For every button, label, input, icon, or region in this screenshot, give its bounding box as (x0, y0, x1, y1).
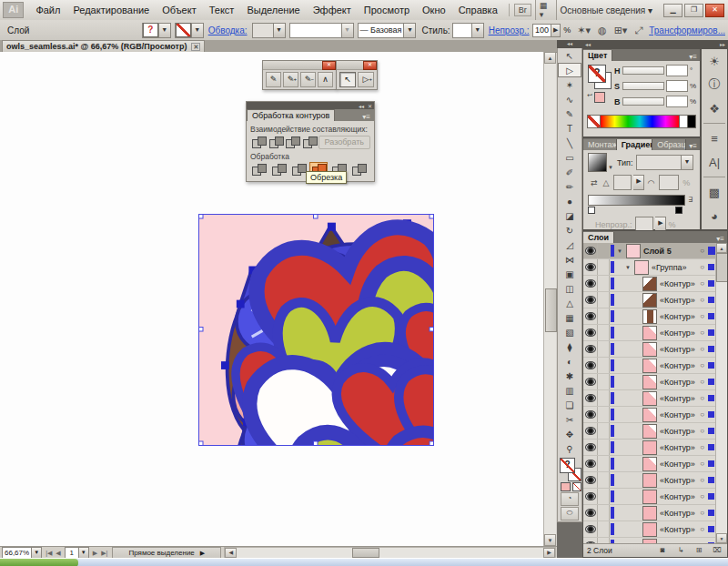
slider-value-input[interactable] (666, 65, 688, 76)
convert-anchor-point-tool-button[interactable]: ∧ (318, 72, 333, 87)
bounding-box-handle[interactable] (314, 441, 318, 446)
layer-name[interactable]: «Контур» (660, 443, 695, 452)
visibility-toggle[interactable] (583, 407, 598, 422)
expander-icon[interactable]: ▼ (624, 265, 632, 270)
layer-thumbnail[interactable] (642, 293, 657, 308)
delete-anchor-point-tool-button[interactable]: ✎− (300, 72, 316, 87)
minimize-button[interactable]: ▁ (663, 4, 682, 17)
visibility-toggle[interactable] (583, 472, 598, 488)
menu-item-9[interactable]: Справка (452, 2, 504, 18)
opacity-spinner[interactable]: ▶ (551, 24, 561, 37)
layer-name[interactable]: «Контур» (660, 410, 695, 419)
selection-tool[interactable]: ↖ (558, 48, 581, 63)
selection-indicator[interactable] (708, 493, 714, 500)
target-icon[interactable]: ○ (700, 492, 704, 500)
lock-toggle[interactable] (598, 489, 610, 504)
visibility-toggle[interactable] (583, 489, 598, 504)
gradient-type-combo[interactable]: ▼ (636, 155, 693, 170)
layer-name[interactable]: «Контур» (660, 541, 695, 544)
target-icon[interactable]: ○ (700, 541, 704, 543)
menu-item-6[interactable]: Эффект (307, 2, 358, 18)
layer-name[interactable]: «Контур» (660, 345, 695, 354)
symbol-sprayer-tool[interactable]: ✱ (558, 369, 581, 383)
symbols-panel-icon[interactable]: ❖ (702, 96, 727, 120)
scroll-left-icon[interactable]: ◀ (225, 548, 237, 558)
expand-icon[interactable]: ▸▸ (720, 41, 725, 47)
palette-close-icon[interactable]: ✕ (363, 61, 377, 70)
layer-thumbnail[interactable] (642, 391, 657, 406)
tab-монтажн[interactable]: Монтажн (583, 139, 617, 150)
visibility-toggle[interactable] (583, 276, 598, 291)
layer-thumbnail[interactable] (626, 244, 641, 258)
target-icon[interactable]: ○ (700, 427, 704, 435)
menu-item-7[interactable]: Просмотр (358, 2, 416, 18)
layer-name[interactable]: «Контур» (660, 296, 695, 305)
layer-row[interactable]: «Контур»○ (583, 341, 727, 358)
layer-name[interactable]: «Контур» (660, 427, 695, 436)
add-anchor-point-tool-button[interactable]: ✎+ (283, 72, 298, 87)
opacity-input[interactable]: 100 (532, 24, 552, 37)
toolbox-fill-stroke-indicator[interactable]: ? (559, 458, 582, 481)
column-graph-tool[interactable]: ▥ (558, 383, 581, 398)
tab-color[interactable]: Цвет (583, 50, 612, 61)
selection-indicator[interactable] (708, 526, 714, 532)
slider-track[interactable] (622, 97, 664, 106)
fill-color-dropdown[interactable]: ?▼ (142, 23, 171, 38)
restore-button[interactable]: ❐ (684, 4, 703, 17)
selection-indicator[interactable] (708, 428, 714, 434)
lock-toggle[interactable] (598, 521, 610, 537)
black-swatch[interactable] (687, 116, 695, 127)
angle-spinner[interactable]: ▶ (633, 175, 644, 190)
bounding-box-handle[interactable] (430, 441, 434, 446)
line-segment-tool[interactable]: ╲ (558, 136, 581, 150)
layer-thumbnail[interactable] (642, 309, 657, 324)
scroll-down-icon[interactable]: ▼ (716, 533, 727, 543)
target-icon[interactable]: ○ (700, 410, 704, 419)
minus-front-icon[interactable] (268, 136, 281, 149)
visibility-toggle[interactable] (583, 325, 598, 340)
owl-pattern-artwork[interactable] (198, 214, 434, 446)
layer-name[interactable]: «Контур» (660, 460, 695, 469)
target-icon[interactable]: ○ (700, 361, 704, 369)
scroll-down-icon[interactable]: ▼ (544, 534, 556, 546)
layer-thumbnail[interactable] (642, 440, 657, 455)
lock-toggle[interactable] (598, 423, 610, 439)
layer-row[interactable]: «Контур»○ (583, 390, 727, 407)
menu-item-5[interactable]: Выделение (240, 2, 306, 18)
zoom-tool[interactable]: ⚲ (558, 441, 581, 456)
exclude-icon[interactable] (301, 136, 315, 149)
bounding-box-handle[interactable] (199, 215, 204, 219)
delete-stop-icon[interactable]: ∃ (688, 196, 693, 204)
gradient-slider[interactable] (588, 195, 685, 206)
make-clipping-mask-button[interactable]: ◙ (656, 546, 669, 556)
layer-thumbnail[interactable] (642, 408, 657, 422)
fill-chip[interactable]: ? (560, 458, 575, 473)
blob-brush-tool[interactable]: ● (558, 194, 581, 208)
layer-row[interactable]: «Контур»○ (583, 505, 727, 521)
target-icon[interactable]: ○ (700, 525, 704, 533)
tab-layers[interactable]: Слои (583, 232, 614, 243)
scrollbar-thumb[interactable] (716, 253, 727, 282)
last-artboard-button[interactable]: ▶| (101, 550, 107, 557)
selection-indicator[interactable] (708, 264, 714, 270)
selection-indicator[interactable] (708, 477, 714, 483)
artboard-tool[interactable]: ❏ (558, 398, 581, 412)
panel-menu-icon[interactable]: ▾≡ (359, 113, 374, 121)
reverse-gradient-icon[interactable]: ⇄ (591, 178, 598, 187)
layer-row[interactable]: «Контур»○ (583, 472, 727, 489)
perspective-grid-tool[interactable]: △ (558, 296, 581, 310)
layer-row[interactable]: «Контур»○ (583, 276, 727, 292)
target-icon[interactable]: ○ (700, 312, 704, 320)
layer-thumbnail[interactable] (642, 277, 657, 291)
slider-value-input[interactable] (666, 96, 688, 107)
scale-tool[interactable]: ◿ (558, 238, 581, 252)
target-icon[interactable]: ○ (700, 394, 704, 402)
color-spectrum-bar[interactable] (587, 115, 696, 128)
lock-toggle[interactable] (598, 472, 610, 488)
pen-tools-palette[interactable]: ✕ ✎✎+✎−∧ (262, 60, 337, 90)
selection-indicator[interactable] (708, 510, 714, 516)
rectangle-tool[interactable]: ▭ (558, 150, 581, 165)
stroke-color-dropdown[interactable]: ▼ (175, 23, 204, 38)
pathfinder-titlebar[interactable]: ◂◂ ✕ (247, 102, 374, 109)
pink-swatch[interactable] (561, 482, 571, 491)
